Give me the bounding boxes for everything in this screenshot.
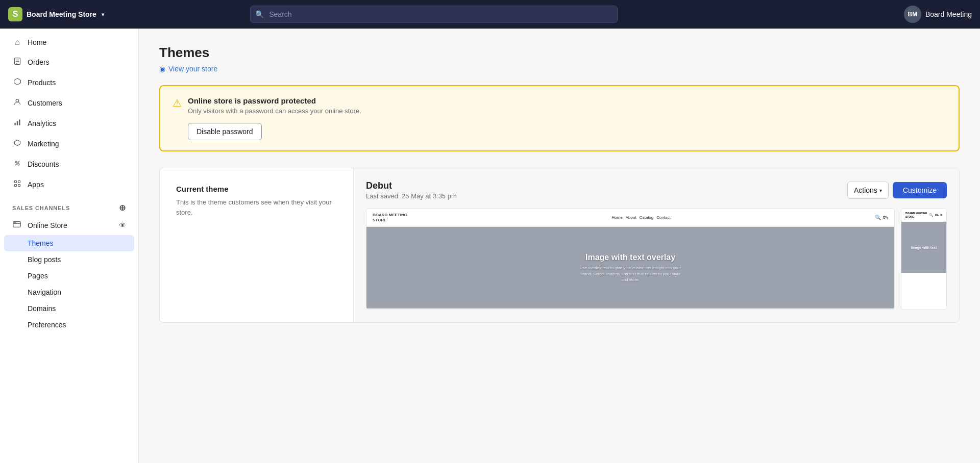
shopify-icon: S xyxy=(8,7,22,21)
sidebar-item-home[interactable]: ⌂ Home xyxy=(4,33,134,52)
svg-point-19 xyxy=(15,222,16,223)
mobile-hero: Image with text xyxy=(901,222,946,273)
sidebar-label-marketing: Marketing xyxy=(28,140,59,148)
marketing-icon xyxy=(12,139,22,149)
actions-dropdown-button[interactable]: Actions ▾ xyxy=(847,182,889,199)
theme-preview-header: Debut Last saved: 25 May at 3:35 pm Acti… xyxy=(366,181,947,200)
search-icon: 🔍 xyxy=(255,10,264,18)
view-store-eye-icon[interactable]: 👁 xyxy=(119,221,126,229)
svg-rect-15 xyxy=(18,185,20,187)
main-layout: ⌂ Home Orders Products xyxy=(0,29,980,463)
theme-name-block: Debut Last saved: 25 May at 3:35 pm xyxy=(366,181,457,200)
brand-dropdown-icon: ▾ xyxy=(102,12,104,17)
orders-icon xyxy=(12,57,22,67)
sub-nav-domains[interactable]: Domains xyxy=(4,300,134,317)
sidebar-item-marketing[interactable]: Marketing xyxy=(4,134,134,154)
sidebar-label-discounts: Discounts xyxy=(28,160,59,168)
warning-icon: ⚠ xyxy=(173,97,182,109)
svg-rect-8 xyxy=(19,119,20,125)
sidebar-item-online-store[interactable]: Online Store 👁 xyxy=(4,216,134,235)
search-input[interactable] xyxy=(250,6,618,23)
svg-point-9 xyxy=(15,161,17,163)
analytics-icon xyxy=(12,118,22,128)
banner-header: ⚠ Online store is password protected Onl… xyxy=(173,96,946,140)
disable-password-button[interactable]: Disable password xyxy=(188,123,262,140)
sidebar-item-products[interactable]: Products xyxy=(4,72,134,93)
mockup-hero: Image with text overlay Use overlay text… xyxy=(366,227,894,308)
sidebar-label-orders: Orders xyxy=(28,58,50,66)
sidebar-item-orders[interactable]: Orders xyxy=(4,52,134,72)
theme-mockup-wrapper: BOARD MEETINGSTORE Home About Catalog Co… xyxy=(366,208,947,310)
dropdown-arrow-icon: ▾ xyxy=(879,188,882,193)
home-icon: ⌂ xyxy=(12,38,22,47)
page-title: Themes xyxy=(159,45,960,61)
theme-actions: Actions ▾ Customize xyxy=(847,182,947,199)
theme-info-panel: Current theme This is the theme customer… xyxy=(160,168,354,322)
banner-title: Online store is password protected xyxy=(188,96,946,105)
svg-point-10 xyxy=(18,164,19,165)
sidebar-label-analytics: Analytics xyxy=(28,119,56,127)
password-banner: ⚠ Online store is password protected Onl… xyxy=(159,85,960,151)
svg-point-18 xyxy=(14,222,15,223)
main-content: Themes ◉ View your store ⚠ Online store … xyxy=(139,29,980,463)
avatar: BM xyxy=(904,6,921,23)
sub-nav-pages[interactable]: Pages xyxy=(4,268,134,284)
mockup-nav: BOARD MEETINGSTORE Home About Catalog Co… xyxy=(366,209,894,227)
apps-icon xyxy=(12,179,22,190)
sidebar-label-customers: Customers xyxy=(28,99,62,107)
sidebar-item-discounts[interactable]: Discounts xyxy=(4,154,134,174)
online-store-icon xyxy=(12,220,22,231)
mobile-cart-icon: 🛍 xyxy=(935,213,939,217)
banner-description: Only visitors with a password can access… xyxy=(188,107,946,115)
mobile-menu-icon: ≡ xyxy=(940,213,942,217)
mockup-hero-sub: Use overlay text to give your customers … xyxy=(579,265,681,282)
mockup-cart-icon: 🛍 xyxy=(883,215,888,220)
sidebar: ⌂ Home Orders Products xyxy=(0,29,139,463)
sub-nav-preferences[interactable]: Preferences xyxy=(4,317,134,333)
sidebar-label-apps: Apps xyxy=(28,181,44,189)
svg-rect-12 xyxy=(14,181,16,183)
mobile-brand-name: BOARD MEETINGSTORE xyxy=(905,212,927,218)
products-icon xyxy=(12,78,22,88)
theme-preview-panel: Debut Last saved: 25 May at 3:35 pm Acti… xyxy=(354,168,959,322)
mobile-mockup-nav: BOARD MEETINGSTORE 🔍 🛍 ≡ xyxy=(901,209,946,222)
sidebar-item-customers[interactable]: Customers xyxy=(4,93,134,113)
search-bar: 🔍 xyxy=(250,6,618,23)
brand-logo[interactable]: S Board Meeting Store ▾ xyxy=(8,7,104,21)
sub-nav-blog-posts[interactable]: Blog posts xyxy=(4,251,134,268)
top-navigation: S Board Meeting Store ▾ 🔍 BM Board Meeti… xyxy=(0,0,980,29)
current-theme-section: Current theme This is the theme customer… xyxy=(159,168,960,323)
customers-icon xyxy=(12,98,22,108)
mockup-nav-icons: 🔍 🛍 xyxy=(875,215,888,220)
view-store-icon: ◉ xyxy=(159,65,165,73)
sidebar-item-apps[interactable]: Apps xyxy=(4,174,134,195)
add-sales-channel-icon[interactable]: ⊕ xyxy=(119,203,126,213)
sidebar-item-analytics[interactable]: Analytics xyxy=(4,113,134,134)
sub-nav-themes[interactable]: Themes xyxy=(4,235,134,251)
mobile-mockup: BOARD MEETINGSTORE 🔍 🛍 ≡ Image with text xyxy=(901,208,947,310)
theme-saved-date: Last saved: 25 May at 3:35 pm xyxy=(366,192,457,200)
top-nav-right: BM Board Meeting xyxy=(904,6,972,23)
svg-rect-6 xyxy=(14,123,15,125)
discounts-icon xyxy=(12,159,22,169)
sub-nav-navigation[interactable]: Navigation xyxy=(4,284,134,300)
store-name: Board Meeting Store xyxy=(27,10,96,18)
svg-marker-4 xyxy=(14,79,21,85)
mockup-search-icon: 🔍 xyxy=(875,215,881,220)
theme-name: Debut xyxy=(366,181,457,191)
sidebar-label-products: Products xyxy=(28,79,56,87)
banner-content: Online store is password protected Only … xyxy=(188,96,946,140)
sales-channels-title: SALES CHANNELS ⊕ xyxy=(0,195,138,216)
svg-rect-7 xyxy=(17,121,18,125)
mockup-hero-title: Image with text overlay xyxy=(585,253,675,262)
mobile-search-icon: 🔍 xyxy=(929,213,934,217)
customize-button[interactable]: Customize xyxy=(893,182,947,198)
mobile-nav-icons: 🔍 🛍 ≡ xyxy=(929,213,942,217)
svg-line-11 xyxy=(15,161,19,165)
svg-rect-13 xyxy=(18,181,20,183)
desktop-mockup: BOARD MEETINGSTORE Home About Catalog Co… xyxy=(366,208,895,310)
current-theme-title: Current theme xyxy=(176,185,337,193)
current-theme-description: This is the theme customers see when the… xyxy=(176,197,337,217)
view-store-link[interactable]: ◉ View your store xyxy=(159,65,960,73)
sidebar-label-home: Home xyxy=(28,38,46,46)
